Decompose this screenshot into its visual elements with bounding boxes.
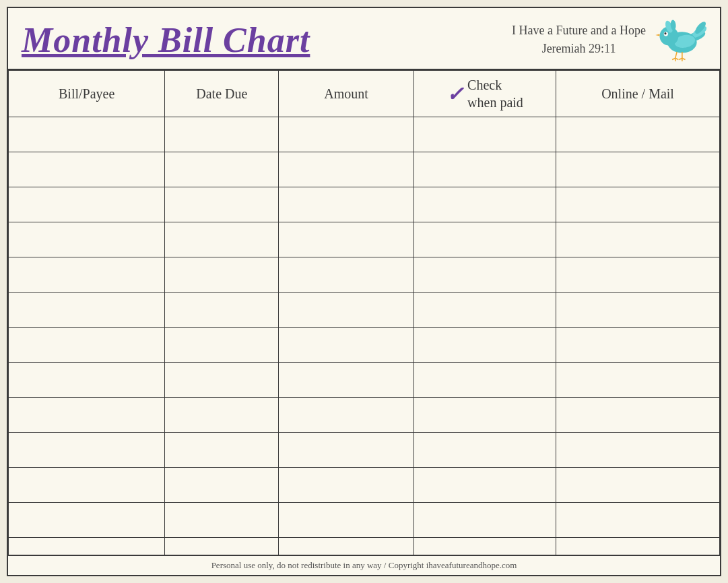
table-cell xyxy=(413,433,556,468)
table-cell xyxy=(9,257,165,293)
table-cell xyxy=(279,398,414,433)
table-cell xyxy=(165,503,279,538)
table-cell xyxy=(9,363,165,398)
table-cell xyxy=(279,117,414,152)
table-cell xyxy=(165,398,279,433)
table-cell xyxy=(165,468,279,503)
table-cell xyxy=(413,468,556,503)
svg-line-11 xyxy=(675,52,677,58)
table-row xyxy=(9,117,720,152)
table-cell xyxy=(9,328,165,363)
table-cell xyxy=(279,187,414,222)
table-cell xyxy=(279,433,414,468)
table-cell xyxy=(9,503,165,538)
tagline: I Have a Future and a Hope Jeremiah 29:1… xyxy=(512,22,646,58)
checkmark-icon: ✓ xyxy=(446,82,463,106)
table-row xyxy=(9,363,720,398)
svg-marker-8 xyxy=(655,34,659,36)
col-header-amount: Amount xyxy=(279,71,414,117)
table-cell xyxy=(165,222,279,257)
table-container: Bill/Payee Date Due Amount ✓ Check w xyxy=(8,70,720,555)
bird-icon xyxy=(653,16,706,63)
table-cell xyxy=(9,538,165,555)
table-row xyxy=(9,503,720,538)
footer: Personal use only, do not redistribute i… xyxy=(8,555,720,575)
table-cell xyxy=(413,152,556,187)
page-title: Monthly Bill Chart xyxy=(22,20,310,60)
tagline-line2: Jeremiah 29:11 xyxy=(512,40,646,58)
table-cell xyxy=(556,152,720,187)
table-cell xyxy=(556,293,720,328)
header-right: I Have a Future and a Hope Jeremiah 29:1… xyxy=(512,16,706,63)
table-cell xyxy=(165,293,279,328)
table-row xyxy=(9,538,720,555)
table-cell xyxy=(165,152,279,187)
table-cell xyxy=(165,257,279,293)
table-row xyxy=(9,468,720,503)
col-header-date: Date Due xyxy=(165,71,279,117)
table-cell xyxy=(556,257,720,293)
col-header-check: ✓ Check when paid xyxy=(413,71,556,117)
table-cell xyxy=(413,328,556,363)
table-row xyxy=(9,152,720,187)
page: Monthly Bill Chart I Have a Future and a… xyxy=(7,7,721,576)
table-cell xyxy=(556,538,720,555)
table-cell xyxy=(413,117,556,152)
table-cell xyxy=(413,222,556,257)
table-cell xyxy=(9,187,165,222)
table-cell xyxy=(556,117,720,152)
table-cell xyxy=(279,152,414,187)
table-cell xyxy=(556,222,720,257)
table-cell xyxy=(279,222,414,257)
table-cell xyxy=(9,468,165,503)
table-cell xyxy=(413,398,556,433)
table-cell xyxy=(413,503,556,538)
table-cell xyxy=(279,328,414,363)
table-cell xyxy=(556,363,720,398)
table-cell xyxy=(413,257,556,293)
header: Monthly Bill Chart I Have a Future and a… xyxy=(8,8,720,70)
table-cell xyxy=(9,398,165,433)
table-cell xyxy=(165,363,279,398)
table-cell xyxy=(279,257,414,293)
svg-point-7 xyxy=(664,32,666,34)
table-cell xyxy=(165,433,279,468)
table-cell xyxy=(9,117,165,152)
check-label-top: Check xyxy=(467,76,502,94)
table-cell xyxy=(279,293,414,328)
bill-chart-table: Bill/Payee Date Due Amount ✓ Check w xyxy=(8,70,720,555)
check-text-block: Check when paid xyxy=(467,76,523,111)
table-row xyxy=(9,328,720,363)
table-cell xyxy=(9,152,165,187)
table-row xyxy=(9,222,720,257)
table-cell xyxy=(413,293,556,328)
table-cell xyxy=(556,503,720,538)
table-cell xyxy=(165,117,279,152)
table-cell xyxy=(556,328,720,363)
table-cell xyxy=(279,503,414,538)
table-cell xyxy=(165,328,279,363)
table-cell xyxy=(279,468,414,503)
table-cell xyxy=(556,398,720,433)
col-header-online: Online / Mail xyxy=(556,71,720,117)
table-cell xyxy=(413,187,556,222)
table-row xyxy=(9,257,720,293)
footer-text: Personal use only, do not redistribute i… xyxy=(211,560,517,570)
table-cell xyxy=(9,222,165,257)
table-cell xyxy=(165,187,279,222)
table-cell xyxy=(279,363,414,398)
table-cell xyxy=(413,363,556,398)
table-cell xyxy=(413,538,556,555)
col-header-bill: Bill/Payee xyxy=(9,71,165,117)
table-row xyxy=(9,187,720,222)
table-cell xyxy=(9,433,165,468)
table-cell xyxy=(279,538,414,555)
table-cell xyxy=(556,187,720,222)
table-row xyxy=(9,433,720,468)
check-label-bottom: when paid xyxy=(467,94,523,111)
table-cell xyxy=(556,433,720,468)
check-header-content: ✓ Check when paid xyxy=(417,76,553,111)
table-row xyxy=(9,398,720,433)
table-cell xyxy=(165,538,279,555)
table-cell xyxy=(556,468,720,503)
